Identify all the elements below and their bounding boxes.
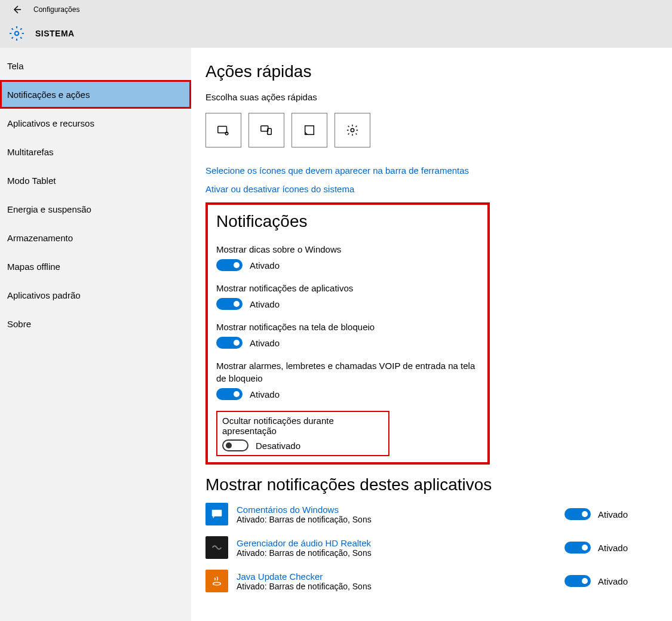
app-row-java[interactable]: Java Update Checker Ativado: Barras de n… <box>205 570 648 592</box>
toggle-switch[interactable] <box>216 298 243 310</box>
toggle-state: Desativado <box>256 441 300 451</box>
quick-action-tablet-icon[interactable] <box>205 113 241 147</box>
app-name[interactable]: Java Update Checker <box>237 571 564 582</box>
toggle-state: Ativado <box>250 299 280 309</box>
app-notifications-heading: Mostrar notificações destes aplicativos <box>205 475 648 494</box>
sidebar-item-apps-padrao[interactable]: Aplicativos padrão <box>0 281 191 309</box>
toggle-switch[interactable] <box>564 508 591 520</box>
toggle-switch[interactable] <box>564 542 591 554</box>
app-name[interactable]: Gerenciador de áudio HD Realtek <box>237 538 564 548</box>
hide-presenting-box: Ocultar notificações durante apresentaçã… <box>216 411 389 456</box>
sidebar: Tela Notificações e ações Aplicativos e … <box>0 48 191 621</box>
app-row-comments[interactable]: Comentários do Windows Ativado: Barras d… <box>205 503 648 525</box>
svg-point-10 <box>213 582 221 585</box>
quick-action-connect-icon[interactable] <box>248 113 284 147</box>
sidebar-item-tela[interactable]: Tela <box>0 51 191 80</box>
toggle-state: Ativado <box>598 576 628 586</box>
sidebar-item-armazenamento[interactable]: Armazenamento <box>0 223 191 252</box>
app-sub: Ativado: Barras de notificação, Sons <box>237 582 564 591</box>
toggle-windows-tips: Mostrar dicas sobre o Windows Ativado <box>216 243 479 271</box>
notifications-section: Notificações Mostrar dicas sobre o Windo… <box>205 202 490 465</box>
quick-actions-tiles <box>205 113 648 147</box>
back-arrow-icon[interactable] <box>12 5 22 14</box>
sidebar-item-aplicativos-recursos[interactable]: Aplicativos e recursos <box>0 109 191 137</box>
toggle-switch[interactable] <box>216 259 243 271</box>
svg-rect-9 <box>212 510 222 517</box>
main-content: Ações rápidas Escolha suas ações rápidas… <box>191 48 672 621</box>
toggle-switch[interactable] <box>222 439 248 451</box>
titlebar: Configurações <box>0 0 672 19</box>
toggle-state: Ativado <box>250 338 280 348</box>
toggle-lockscreen-notifications: Mostrar notificações na tela de bloqueio… <box>216 321 479 349</box>
link-select-taskbar-icons[interactable]: Selecione os ícones que devem aparecer n… <box>205 165 648 176</box>
section-title: SISTEMA <box>35 29 75 38</box>
toggle-state: Ativado <box>250 389 280 399</box>
header-bar: SISTEMA <box>0 19 672 48</box>
window-title: Configurações <box>33 5 79 14</box>
quick-actions-subtext: Escolha suas ações rápidas <box>205 92 648 102</box>
toggle-switch[interactable] <box>564 575 591 587</box>
svg-point-8 <box>351 128 354 132</box>
quick-actions-heading: Ações rápidas <box>205 62 648 81</box>
quick-action-settings-icon[interactable] <box>335 113 370 147</box>
svg-point-1 <box>15 32 19 36</box>
sidebar-item-energia[interactable]: Energia e suspensão <box>0 195 191 223</box>
svg-rect-5 <box>261 126 268 131</box>
app-icon-comments <box>205 503 228 525</box>
toggle-switch[interactable] <box>216 388 243 400</box>
sidebar-item-sobre[interactable]: Sobre <box>0 309 191 338</box>
toggle-alarms-lockscreen: Mostrar alarmes, lembretes e chamadas VO… <box>216 359 479 400</box>
sidebar-item-notificacoes[interactable]: Notificações e ações <box>0 80 191 109</box>
app-row-realtek[interactable]: Gerenciador de áudio HD Realtek Ativado:… <box>205 536 648 559</box>
quick-action-note-icon[interactable] <box>291 113 327 147</box>
toggle-state: Ativado <box>250 260 280 270</box>
toggle-state: Ativado <box>598 543 628 553</box>
notifications-heading: Notificações <box>216 212 479 231</box>
sidebar-item-modo-tablet[interactable]: Modo Tablet <box>0 166 191 195</box>
app-sub: Ativado: Barras de notificação, Sons <box>237 515 564 524</box>
sidebar-item-mapas[interactable]: Mapas offline <box>0 252 191 281</box>
link-system-icons[interactable]: Ativar ou desativar ícones do sistema <box>205 184 648 194</box>
app-name[interactable]: Comentários do Windows <box>237 505 564 515</box>
toggle-app-notifications: Mostrar notificações de aplicativos Ativ… <box>216 282 479 310</box>
toggle-switch[interactable] <box>216 337 243 349</box>
gear-icon <box>9 26 24 41</box>
app-icon-java <box>205 570 228 592</box>
sidebar-item-multitarefas[interactable]: Multitarefas <box>0 137 191 166</box>
toggle-state: Ativado <box>598 509 628 519</box>
svg-rect-2 <box>218 127 227 133</box>
app-sub: Ativado: Barras de notificação, Sons <box>237 548 564 558</box>
app-icon-realtek <box>205 536 228 559</box>
